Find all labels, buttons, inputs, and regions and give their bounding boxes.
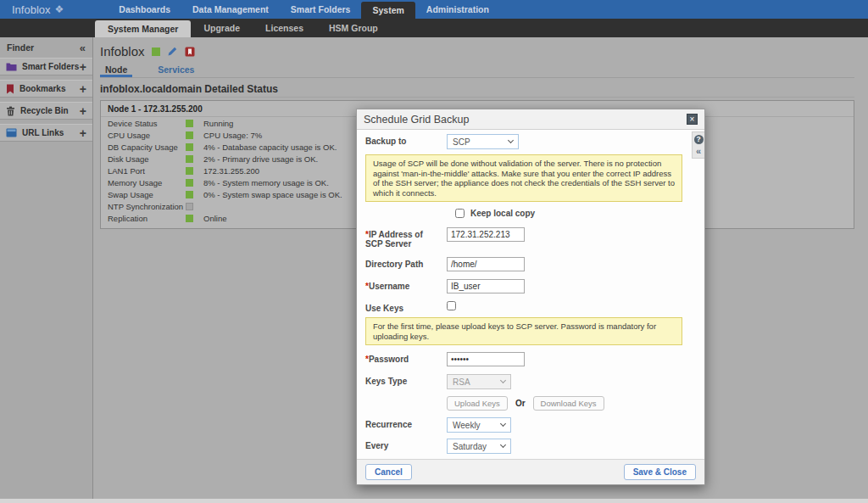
logo-text: Infoblox [12, 3, 51, 16]
username-field[interactable] [447, 279, 525, 293]
every-value: Saturday [453, 442, 487, 451]
finder-header: Finder « [0, 37, 92, 58]
status-square-icon [186, 120, 193, 127]
status-label: Memory Usage [108, 178, 186, 187]
folder-icon [6, 62, 17, 71]
status-value: CPU Usage: 7% [203, 131, 262, 140]
recurrence-value: Weekly [453, 421, 481, 430]
detailed-status-heading: infoblox.localdomain Detailed Status [100, 83, 278, 95]
infoblox-logo: Infoblox ❖ [12, 0, 64, 19]
sidebar-item-url-links[interactable]: URL Links + [0, 124, 92, 142]
backup-to-label: Backup to [365, 134, 440, 146]
add-bookmark-icon[interactable]: + [80, 82, 86, 96]
grid-title-row: Infoblox [100, 44, 195, 59]
status-value: 8% - System memory usage is OK. [203, 178, 329, 187]
download-keys-button[interactable]: Download Keys [533, 396, 604, 411]
recurrence-label: Recurrence [365, 417, 440, 429]
status-value: 4% - Database capacity usage is OK. [203, 143, 337, 152]
top-nav-items: Dashboards Data Management Smart Folders… [108, 0, 500, 19]
every-select[interactable]: Saturday [447, 439, 511, 454]
status-label: Disk Usage [108, 154, 186, 164]
status-square-icon [186, 131, 193, 139]
backup-to-select[interactable]: SCP [447, 134, 519, 149]
dialog-body: ? « Backup to SCP Usage of SCP will be d… [357, 130, 704, 459]
password-label: *Password [365, 352, 440, 364]
collapse-sidebar-icon[interactable]: « [80, 42, 86, 54]
sidebar-item-label: URL Links [22, 128, 80, 137]
keys-type-label: Keys Type [365, 374, 440, 386]
chevron-down-icon [500, 421, 506, 427]
chevron-down-icon [500, 442, 506, 448]
status-label: NTP Synchronization [108, 202, 186, 211]
password-field[interactable] [447, 352, 525, 366]
every-label: Every [365, 439, 440, 450]
nav-item-system[interactable]: System [361, 2, 415, 19]
tab-licenses[interactable]: Licenses [253, 19, 316, 37]
dialog-title: Schedule Grid Backup [364, 114, 469, 126]
app-root: Infoblox ❖ Dashboards Data Management Sm… [0, 0, 868, 503]
keys-warning-banner: For the first time, please upload keys t… [365, 317, 682, 345]
tab-upgrade[interactable]: Upgrade [191, 19, 253, 37]
nav-item-data-management[interactable]: Data Management [181, 0, 280, 19]
nav-item-smart-folders[interactable]: Smart Folders [280, 0, 362, 19]
url-links-icon [6, 128, 17, 137]
nav-item-dashboards[interactable]: Dashboards [108, 0, 181, 19]
sub-navbar: System Manager Upgrade Licenses HSM Grou… [0, 19, 868, 37]
sidebar-item-bookmarks[interactable]: Bookmarks + [0, 80, 92, 98]
sidebar-item-recycle-bin[interactable]: Recycle Bin + [0, 102, 92, 120]
tab-node[interactable]: Node [100, 64, 132, 77]
chevron-down-icon [508, 137, 514, 143]
add-smart-folder-icon[interactable]: + [80, 60, 86, 74]
cancel-button[interactable]: Cancel [365, 464, 412, 480]
bottom-strip [0, 499, 868, 503]
status-square-icon [186, 143, 193, 151]
sidebar-item-label: Smart Folders [22, 62, 80, 71]
status-value: 0% - System swap space usage is OK. [203, 190, 342, 199]
add-recycle-icon[interactable]: + [80, 104, 86, 118]
sidebar-item-smart-folders[interactable]: Smart Folders + [0, 58, 92, 75]
use-keys-checkbox[interactable] [447, 301, 456, 310]
status-square-icon [186, 155, 193, 163]
save-and-close-button[interactable]: Save & Close [624, 464, 696, 480]
tab-services[interactable]: Services [153, 64, 199, 77]
sub-nav-items: System Manager Upgrade Licenses HSM Grou… [95, 19, 391, 37]
upload-keys-button[interactable]: Upload Keys [447, 396, 508, 411]
chevron-down-icon [500, 377, 506, 383]
trash-icon [6, 106, 15, 116]
ip-address-field[interactable] [447, 227, 525, 242]
edit-pencil-icon[interactable] [167, 46, 178, 57]
status-label: DB Capacity Usage [108, 143, 186, 152]
tab-system-manager[interactable]: System Manager [95, 20, 191, 37]
status-square-icon [186, 179, 193, 187]
dialog-footer: Cancel Save & Close [357, 459, 704, 484]
username-label: *Username [365, 279, 440, 291]
keep-local-copy-label: Keep local copy [470, 209, 535, 218]
collapse-help-icon[interactable]: « [696, 147, 701, 155]
sidebar-item-label: Recycle Bin [20, 106, 80, 115]
dialog-header[interactable]: Schedule Grid Backup × [357, 109, 704, 130]
nav-item-administration[interactable]: Administration [415, 0, 500, 19]
finder-sidebar: Finder « Smart Folders + Bookmarks + Rec… [0, 37, 93, 499]
directory-path-field[interactable] [447, 257, 525, 271]
scp-warning-banner: Usage of SCP will be done without valida… [365, 154, 682, 202]
status-square-icon [186, 191, 193, 198]
help-icon[interactable]: ? [694, 135, 704, 144]
top-navbar: Infoblox ❖ Dashboards Data Management Sm… [0, 0, 868, 19]
status-square-icon [186, 215, 193, 222]
keep-local-copy-checkbox[interactable] [455, 209, 465, 218]
status-label: CPU Usage [108, 131, 186, 140]
close-icon[interactable]: × [687, 114, 698, 125]
ip-address-label: *IP Address of SCP Server [365, 227, 440, 249]
add-bookmark-icon[interactable] [185, 47, 195, 57]
heading-separator [100, 97, 854, 98]
recurrence-select[interactable]: Weekly [447, 417, 511, 433]
finder-label: Finder [7, 42, 34, 53]
status-label: LAN1 Port [108, 166, 186, 176]
directory-path-label: Directory Path [365, 257, 440, 269]
add-url-link-icon[interactable]: + [80, 126, 86, 140]
schedule-grid-backup-dialog: Schedule Grid Backup × ? « Backup to SCP… [356, 109, 705, 485]
tab-hsm-group[interactable]: HSM Group [316, 19, 391, 37]
status-value: 172.31.255.200 [203, 166, 259, 176]
node-services-tabs: Node Services [100, 64, 854, 78]
dialog-help-tab: ? « [692, 131, 704, 159]
